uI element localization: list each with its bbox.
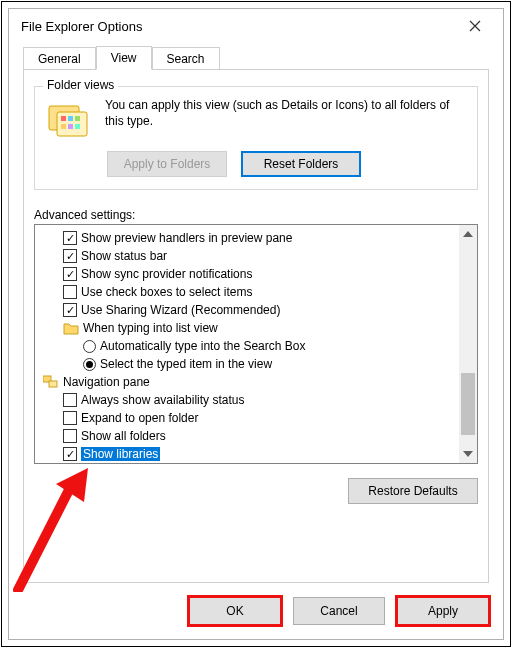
list-item: Navigation pane <box>43 373 457 391</box>
dialog-buttons: OK Cancel Apply <box>9 583 503 639</box>
list-item-label: Show all folders <box>81 429 166 443</box>
list-item-label: Select the typed item in the view <box>100 357 272 371</box>
checkbox-icon[interactable]: ✓ <box>63 267 77 281</box>
tab-search[interactable]: Search <box>152 47 220 70</box>
list-item[interactable]: Automatically type into the Search Box <box>43 337 457 355</box>
advanced-settings-list: ✓Show preview handlers in preview pane✓S… <box>34 224 478 464</box>
scroll-up-icon[interactable] <box>459 225 477 243</box>
checkbox-icon[interactable]: ✓ <box>63 249 77 263</box>
checkbox-icon[interactable] <box>63 285 77 299</box>
folder-views-description: You can apply this view (such as Details… <box>105 97 467 141</box>
folder-views-group: Folder views You can apply this view (su… <box>34 86 478 190</box>
close-icon <box>469 20 481 32</box>
list-item-label: Show preview handlers in preview pane <box>81 231 292 245</box>
list-item[interactable]: ✓Show libraries <box>43 445 457 463</box>
svg-rect-5 <box>61 124 66 129</box>
svg-rect-3 <box>68 116 73 121</box>
advanced-settings-label: Advanced settings: <box>34 208 478 222</box>
folders-icon <box>45 97 93 141</box>
scroll-thumb[interactable] <box>461 373 475 435</box>
list-item-label: Automatically type into the Search Box <box>100 339 305 353</box>
list-item-label: Show status bar <box>81 249 167 263</box>
radio-icon[interactable] <box>83 340 96 353</box>
list-item[interactable]: Select the typed item in the view <box>43 355 457 373</box>
title-bar: File Explorer Options <box>9 9 503 43</box>
apply-button[interactable]: Apply <box>397 597 489 625</box>
scroll-down-icon[interactable] <box>459 445 477 463</box>
folder-views-legend: Folder views <box>43 78 118 92</box>
list-item-label: Navigation pane <box>63 375 150 389</box>
list-item[interactable]: ✓Show status bar <box>43 247 457 265</box>
svg-rect-9 <box>49 381 57 387</box>
checkbox-icon[interactable] <box>63 393 77 407</box>
list-item-label: Always show availability status <box>81 393 244 407</box>
tab-view[interactable]: View <box>96 46 152 70</box>
checkbox-icon[interactable] <box>63 411 77 425</box>
list-item[interactable]: ✓Show preview handlers in preview pane <box>43 229 457 247</box>
tab-row: General View Search <box>9 43 503 69</box>
scroll-track[interactable] <box>459 243 477 445</box>
tab-panel-view: Folder views You can apply this view (su… <box>23 69 489 583</box>
ok-button[interactable]: OK <box>189 597 281 625</box>
close-button[interactable] <box>455 12 495 40</box>
dialog-window: File Explorer Options General View Searc… <box>8 8 504 640</box>
list-item-label: Show sync provider notifications <box>81 267 252 281</box>
list-item: When typing into list view <box>43 319 457 337</box>
list-item-label: Expand to open folder <box>81 411 198 425</box>
list-item-label: Use Sharing Wizard (Recommended) <box>81 303 280 317</box>
list-item[interactable]: Use check boxes to select items <box>43 283 457 301</box>
checkbox-icon[interactable]: ✓ <box>63 447 77 461</box>
svg-rect-2 <box>61 116 66 121</box>
apply-to-folders-button: Apply to Folders <box>107 151 227 177</box>
list-item[interactable]: Show all folders <box>43 427 457 445</box>
checkbox-icon[interactable] <box>63 429 77 443</box>
restore-defaults-button[interactable]: Restore Defaults <box>348 478 478 504</box>
checkbox-icon[interactable]: ✓ <box>63 231 77 245</box>
list-item-label: Show libraries <box>81 447 160 461</box>
list-item[interactable]: Always show availability status <box>43 391 457 409</box>
list-content: ✓Show preview handlers in preview pane✓S… <box>35 225 459 463</box>
svg-rect-7 <box>75 124 80 129</box>
svg-rect-4 <box>75 116 80 121</box>
navpane-icon <box>43 374 59 390</box>
scrollbar[interactable] <box>459 225 477 463</box>
list-item[interactable]: ✓Use Sharing Wizard (Recommended) <box>43 301 457 319</box>
list-item[interactable]: ✓Show sync provider notifications <box>43 265 457 283</box>
folder-icon <box>63 320 79 336</box>
window-title: File Explorer Options <box>21 19 455 34</box>
cancel-button[interactable]: Cancel <box>293 597 385 625</box>
checkbox-icon[interactable]: ✓ <box>63 303 77 317</box>
radio-icon[interactable] <box>83 358 96 371</box>
reset-folders-button[interactable]: Reset Folders <box>241 151 361 177</box>
svg-rect-6 <box>68 124 73 129</box>
tab-general[interactable]: General <box>23 47 96 70</box>
list-item-label: When typing into list view <box>83 321 218 335</box>
list-item-label: Use check boxes to select items <box>81 285 252 299</box>
list-item[interactable]: Expand to open folder <box>43 409 457 427</box>
